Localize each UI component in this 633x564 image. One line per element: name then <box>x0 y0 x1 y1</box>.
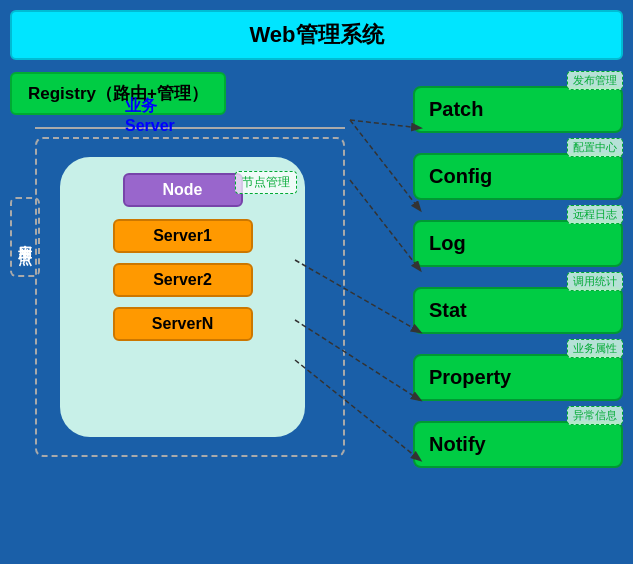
property-box: Property <box>413 354 623 401</box>
log-text: Log <box>429 232 466 254</box>
node-text: Node <box>163 181 203 198</box>
log-box: Log <box>413 220 623 267</box>
title-text: Web管理系统 <box>249 22 383 47</box>
config-tag: 配置中心 <box>567 138 623 157</box>
server2-box: Server2 <box>113 263 253 297</box>
separator-line <box>35 127 345 129</box>
property-text: Property <box>429 366 511 388</box>
business-server-label: 业务Server <box>125 96 175 135</box>
patch-box: Patch <box>413 86 623 133</box>
svg-line-2 <box>350 180 420 270</box>
property-item: 业务属性 Property <box>413 340 623 401</box>
log-item: 远程日志 Log <box>413 206 623 267</box>
notify-tag: 异常信息 <box>567 406 623 425</box>
node-box: Node <box>123 173 243 207</box>
registry-box: Registry（路由+管理） <box>10 72 226 115</box>
stat-box: Stat <box>413 287 623 334</box>
notify-text: Notify <box>429 433 486 455</box>
title-bar: Web管理系统 <box>10 10 623 60</box>
stat-tag: 调用统计 <box>567 272 623 291</box>
stat-text: Stat <box>429 299 467 321</box>
server2-text: Server2 <box>153 271 212 288</box>
server1-box: Server1 <box>113 219 253 253</box>
inner-container: 节点管理 Node Server1 Server2 ServerN <box>60 157 305 437</box>
property-tag: 业务属性 <box>567 339 623 358</box>
server1-text: Server1 <box>153 227 212 244</box>
patch-item: 发布管理 Patch <box>413 72 623 133</box>
serverN-text: ServerN <box>152 315 213 332</box>
notify-item: 异常信息 Notify <box>413 407 623 468</box>
log-tag: 远程日志 <box>567 205 623 224</box>
patch-text: Patch <box>429 98 483 120</box>
serverN-box: ServerN <box>113 307 253 341</box>
registry-label: Registry（路由+管理） <box>28 84 208 103</box>
node-mgmt-text: 节点管理 <box>242 175 290 189</box>
main-container: Web管理系统 Registry（路由+管理） 应用节点 节点管理 <box>0 0 633 564</box>
node-mgmt-label: 节点管理 <box>235 171 297 194</box>
patch-tag: 发布管理 <box>567 71 623 90</box>
right-panel: 发布管理 Patch 配置中心 Config 远程日志 Log 调用统计 Sta… <box>413 72 623 468</box>
config-text: Config <box>429 165 492 187</box>
notify-box: Notify <box>413 421 623 468</box>
config-item: 配置中心 Config <box>413 139 623 200</box>
config-box: Config <box>413 153 623 200</box>
left-panel: Registry（路由+管理） 应用节点 节点管理 Node <box>10 72 370 137</box>
app-node-text: 应用节点 <box>16 233 34 241</box>
app-node-label: 应用节点 <box>10 197 40 277</box>
stat-item: 调用统计 Stat <box>413 273 623 334</box>
